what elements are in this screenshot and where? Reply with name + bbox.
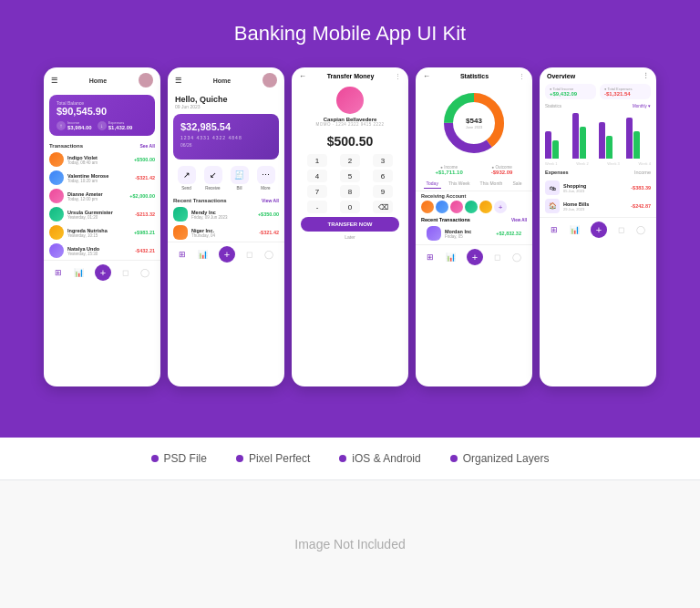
feature-dot-psd xyxy=(151,455,159,462)
numpad-key-5[interactable]: 5 xyxy=(340,170,360,182)
recv-avatar-3 xyxy=(450,201,463,213)
numpad-key-0[interactable]: 0 xyxy=(340,201,360,213)
expenses-label: Expenses xyxy=(108,120,133,125)
bill-action[interactable]: 🧾 Bill xyxy=(231,166,249,191)
receive-action[interactable]: ↙ Receive xyxy=(204,166,222,191)
numpad-key-6[interactable]: 6 xyxy=(373,170,393,182)
receive-icon: ↙ xyxy=(204,166,222,184)
transactions-header: Transactions See All xyxy=(44,139,160,150)
expense-amount: -$383.39 xyxy=(631,185,651,191)
expenses-section-title: Expenses xyxy=(545,170,569,175)
numpad-key-back[interactable]: ⌫ xyxy=(373,201,393,213)
tx-date: Yesterday, 01:20 xyxy=(67,215,131,220)
image-not-included: Image Not Included xyxy=(0,480,700,608)
feature-label-psd: PSD File xyxy=(164,452,207,465)
tx-amount: -$321.42 xyxy=(135,175,155,180)
fab-button-5[interactable]: + xyxy=(591,222,607,238)
home-nav-icon-5[interactable]: ⊞ xyxy=(551,225,558,234)
wallet-nav-icon-2[interactable]: ◻ xyxy=(246,250,252,259)
tx-date: Today, 08:40 am xyxy=(67,160,130,165)
see-all[interactable]: See All xyxy=(140,143,156,149)
tab-sale[interactable]: Sale xyxy=(510,179,524,189)
later-link[interactable]: Later xyxy=(292,234,408,242)
tab-today[interactable]: Today xyxy=(424,179,441,189)
tx-date: Friday, 05 xyxy=(445,234,492,239)
phone2-header: ☰ Home xyxy=(168,67,284,91)
expenses-list: 🛍 Shopping 05 Jun, 2023 -$383.39 🏠 Home … xyxy=(540,177,656,217)
wallet-nav-icon-4[interactable]: ◻ xyxy=(494,252,500,262)
numpad-key-3[interactable]: 3 xyxy=(373,154,393,167)
expense-info: Shopping 05 Jun, 2023 xyxy=(563,183,627,193)
bill-icon: 🧾 xyxy=(231,166,249,184)
transfer-now-button[interactable]: TRANSFER NOW xyxy=(301,217,399,232)
outcome-stat: ● Outcome -$932.09 xyxy=(491,165,513,175)
balance-label: Total Balance xyxy=(57,100,148,106)
recipient-section: Caspian Bellavedere MOMO · 1234 2322 941… xyxy=(292,83,408,130)
overview-more[interactable]: ⋮ xyxy=(643,72,649,79)
bar-income-w3 xyxy=(606,136,612,159)
wallet-nav-icon[interactable]: ◻ xyxy=(122,268,129,277)
hamburger-icon: ☰ xyxy=(51,77,57,85)
bar-expense-w4 xyxy=(626,118,633,159)
tx-date: Thursday, 04 xyxy=(191,233,255,238)
numpad-key-1[interactable]: 1 xyxy=(307,154,327,167)
chart-nav-icon-2[interactable]: 📊 xyxy=(198,250,208,259)
donut-container: $543 June 2023 xyxy=(416,83,532,163)
transfer-header: ← Transfer Money ⋮ xyxy=(292,67,408,83)
numpad-key-dash[interactable]: - xyxy=(307,201,327,213)
period-toggle[interactable]: Monthly ▾ xyxy=(633,104,651,108)
more-options[interactable]: ⋮ xyxy=(395,73,401,80)
expense-date: 05 Jun, 2023 xyxy=(563,189,627,193)
income-icon: ↑ xyxy=(57,121,66,130)
tx-avatar xyxy=(49,152,64,167)
recent-tx-section: Recent Transactions View All Mordan Inc … xyxy=(416,215,532,244)
view-all-4[interactable]: View All xyxy=(511,218,527,222)
more-action[interactable]: ⋯ More xyxy=(257,166,275,191)
stats-more[interactable]: ⋮ xyxy=(519,73,525,80)
profile-nav-icon-2[interactable]: ◯ xyxy=(264,250,273,259)
numpad-key-2[interactable]: 2 xyxy=(340,154,360,167)
features-bar: PSD File Pixel Perfect iOS & Android Org… xyxy=(0,438,700,480)
tab-this-week[interactable]: This Week xyxy=(446,179,473,189)
transfer-title: Transfer Money xyxy=(310,73,391,79)
table-row: Mendy Inc Friday, 09 Jun 2023 +$350.00 xyxy=(168,205,284,223)
home-nav-icon[interactable]: ⊞ xyxy=(55,268,62,277)
stats-row: ● Income +$1,711.10 ● Outcome -$932.09 xyxy=(416,163,532,177)
top-section: Banking Mobile App UI Kit ☰ Home Total B… xyxy=(0,0,700,438)
home-nav-icon-2[interactable]: ⊞ xyxy=(179,250,186,259)
home-bills-icon: 🏠 xyxy=(545,199,560,213)
numpad-key-9[interactable]: 9 xyxy=(373,185,393,198)
wallet-nav-icon-5[interactable]: ◻ xyxy=(618,225,624,234)
profile-nav-icon-5[interactable]: ◯ xyxy=(636,225,645,234)
feature-dot-pixel xyxy=(236,455,243,462)
tx-amount: +$2,000.00 xyxy=(129,193,155,199)
recent-tx-title-4: Recent Transactions xyxy=(421,217,470,222)
phone1-avatar xyxy=(139,73,153,88)
view-all[interactable]: View All xyxy=(262,198,279,203)
numpad-key-8[interactable]: 8 xyxy=(340,185,360,198)
numpad-key-4[interactable]: 4 xyxy=(307,170,327,182)
back-arrow-stats[interactable]: ← xyxy=(423,72,430,80)
bottom-nav-4: ⊞ 📊 + ◻ ◯ xyxy=(416,244,532,268)
income-item: ↑ Income $3,984.00 xyxy=(57,120,92,130)
phones-container: ☰ Home Total Balance $90,545.90 ↑ Income… xyxy=(44,67,656,386)
send-label: Send xyxy=(181,186,191,191)
chart-nav-icon-5[interactable]: 📊 xyxy=(570,225,580,234)
profile-nav-icon-4[interactable]: ◯ xyxy=(512,252,521,262)
numpad-key-7[interactable]: 7 xyxy=(307,185,327,198)
chart-nav-icon[interactable]: 📊 xyxy=(74,268,84,277)
feature-layers: Organized Layers xyxy=(450,452,550,465)
fab-button-4[interactable]: + xyxy=(467,249,483,265)
tab-this-month[interactable]: This Month xyxy=(478,179,506,189)
week4-label: Week 4 xyxy=(638,161,651,166)
back-arrow[interactable]: ← xyxy=(299,72,306,80)
add-avatar-button[interactable]: + xyxy=(494,201,507,213)
tx-info: Mordan Inc Friday, 05 xyxy=(445,229,492,239)
home-nav-icon-4[interactable]: ⊞ xyxy=(427,252,434,262)
phone2-title: Home xyxy=(213,77,231,84)
send-action[interactable]: ↗ Send xyxy=(178,166,196,191)
fab-button[interactable]: + xyxy=(95,264,111,281)
fab-button-2[interactable]: + xyxy=(219,246,235,263)
profile-nav-icon[interactable]: ◯ xyxy=(140,268,149,277)
chart-nav-icon-4[interactable]: 📊 xyxy=(446,252,456,262)
